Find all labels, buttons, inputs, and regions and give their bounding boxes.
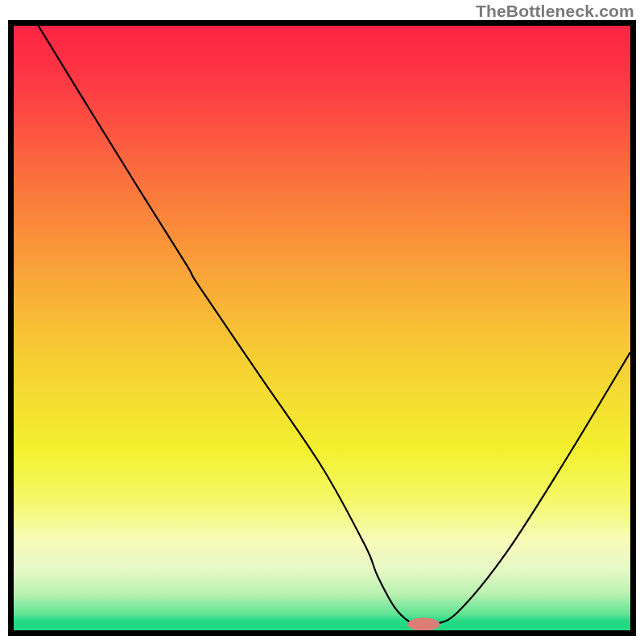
optimal-point-marker (407, 617, 440, 630)
gradient-background (14, 26, 630, 630)
watermark-text: TheBottleneck.com (476, 2, 634, 21)
bottleneck-chart (14, 26, 630, 630)
plot-area-border (8, 20, 636, 636)
chart-frame: TheBottleneck.com (0, 0, 644, 644)
